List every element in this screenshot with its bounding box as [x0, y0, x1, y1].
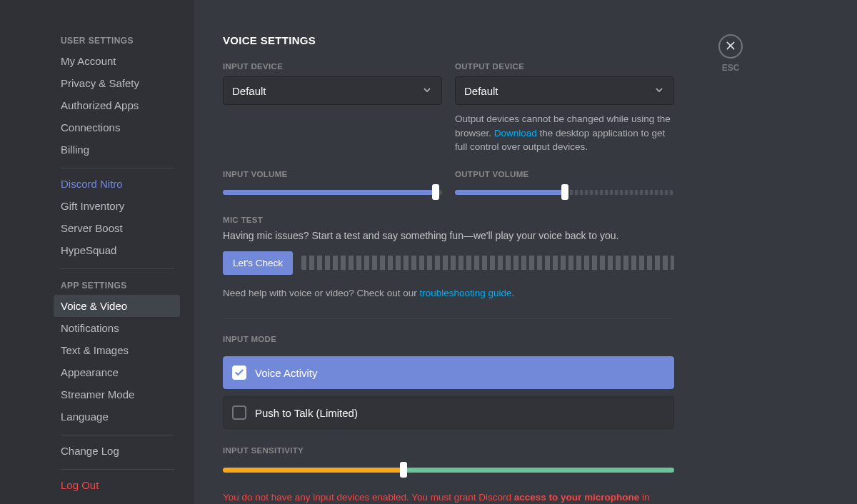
sidebar-separator [61, 435, 174, 435]
sidebar-item-appearance[interactable]: Appearance [54, 361, 180, 383]
mic-test-button[interactable]: Let's Check [223, 251, 293, 275]
checkbox-checked-icon [232, 366, 246, 380]
sidebar-separator [61, 268, 174, 269]
sidebar-item-change-log[interactable]: Change Log [54, 440, 180, 462]
input-mode-label: Input Mode [223, 335, 674, 343]
input-mode-voice-activity[interactable]: Voice Activity [223, 356, 674, 389]
sidebar-item-hypesquad[interactable]: HypeSquad [54, 239, 180, 261]
mic-test-label: Mic Test [223, 216, 674, 224]
close-button[interactable] [718, 34, 743, 59]
slider-track-disabled [565, 190, 675, 195]
output-volume-slider[interactable] [455, 184, 674, 200]
sidebar-item-authorized-apps[interactable]: Authorized Apps [54, 94, 180, 116]
sidebar-item-connections[interactable]: Connections [54, 116, 180, 138]
sidebar-separator [61, 168, 174, 168]
sidebar-item-voice-video[interactable]: Voice & Video [54, 295, 180, 317]
input-device-select[interactable]: Default [223, 76, 442, 105]
mic-level-meter [301, 256, 674, 270]
sidebar-item-privacy-safety[interactable]: Privacy & Safety [54, 72, 180, 94]
sidebar-item-gift-inventory[interactable]: Gift Inventory [54, 195, 180, 217]
slider-fill [223, 190, 436, 195]
output-volume-label: Output Volume [455, 170, 674, 178]
sidebar-separator [61, 469, 174, 470]
sidebar-item-billing[interactable]: Billing [54, 138, 180, 161]
chevron-down-icon [653, 84, 665, 98]
sensitivity-track-high [404, 468, 674, 473]
sidebar-heading-app-settings: App Settings [61, 273, 187, 295]
sidebar-item-my-account[interactable]: My Account [54, 50, 180, 72]
sidebar-heading-user-settings: User Settings [61, 29, 187, 50]
settings-content: ESC Voice Settings Input Device Default … [194, 0, 857, 504]
sidebar-item-server-boost[interactable]: Server Boost [54, 217, 180, 239]
mode-label: Push to Talk (Limited) [255, 407, 358, 419]
sidebar-item-language[interactable]: Language [54, 405, 180, 428]
download-link[interactable]: Download [494, 128, 537, 138]
input-sensitivity-label: Input Sensitivity [223, 446, 674, 455]
sidebar-item-log-out[interactable]: Log Out [54, 474, 180, 496]
slider-handle[interactable] [561, 184, 568, 200]
mode-label: Voice Activity [255, 367, 318, 379]
slider-handle[interactable] [400, 462, 407, 478]
slider-handle[interactable] [432, 184, 439, 200]
section-divider [223, 318, 674, 319]
close-icon [725, 40, 736, 54]
troubleshooting-link[interactable]: troubleshooting guide [419, 288, 511, 298]
output-device-label: Output Device [455, 62, 674, 71]
output-device-value: Default [464, 85, 498, 97]
troubleshoot-note: Need help with voice or video? Check out… [223, 286, 674, 301]
sidebar-item-text-images[interactable]: Text & Images [54, 339, 180, 361]
help-suffix: . [512, 288, 515, 298]
input-sensitivity-slider[interactable] [223, 462, 674, 478]
sidebar-item-notifications[interactable]: Notifications [54, 317, 180, 339]
help-prefix: Need help with voice or video? Check out… [223, 288, 419, 298]
settings-sidebar: User Settings My Account Privacy & Safet… [0, 0, 194, 504]
mic-test-description: Having mic issues? Start a test and say … [223, 230, 674, 241]
input-mode-push-to-talk[interactable]: Push to Talk (Limited) [223, 396, 674, 429]
warn-bold: access to your microphone [514, 492, 640, 503]
input-volume-label: Input Volume [223, 170, 442, 178]
esc-label: ESC [722, 63, 740, 73]
chevron-down-icon [421, 84, 433, 98]
checkbox-unchecked-icon [232, 405, 246, 420]
slider-fill [455, 190, 565, 195]
sensitivity-track-low [223, 468, 404, 473]
input-device-label: Input Device [223, 62, 442, 71]
page-title: Voice Settings [223, 34, 674, 46]
sidebar-item-discord-nitro[interactable]: Discord Nitro [54, 173, 180, 195]
mic-access-warning: You do not have any input devices enable… [223, 490, 674, 504]
output-device-select[interactable]: Default [455, 76, 674, 105]
sidebar-item-streamer-mode[interactable]: Streamer Mode [54, 383, 180, 405]
close-group: ESC [718, 34, 743, 73]
input-volume-slider[interactable] [223, 184, 442, 200]
warn-prefix: You do not have any input devices enable… [223, 492, 514, 503]
output-device-note: Output devices cannot be changed while u… [455, 112, 674, 154]
input-device-value: Default [232, 85, 266, 97]
